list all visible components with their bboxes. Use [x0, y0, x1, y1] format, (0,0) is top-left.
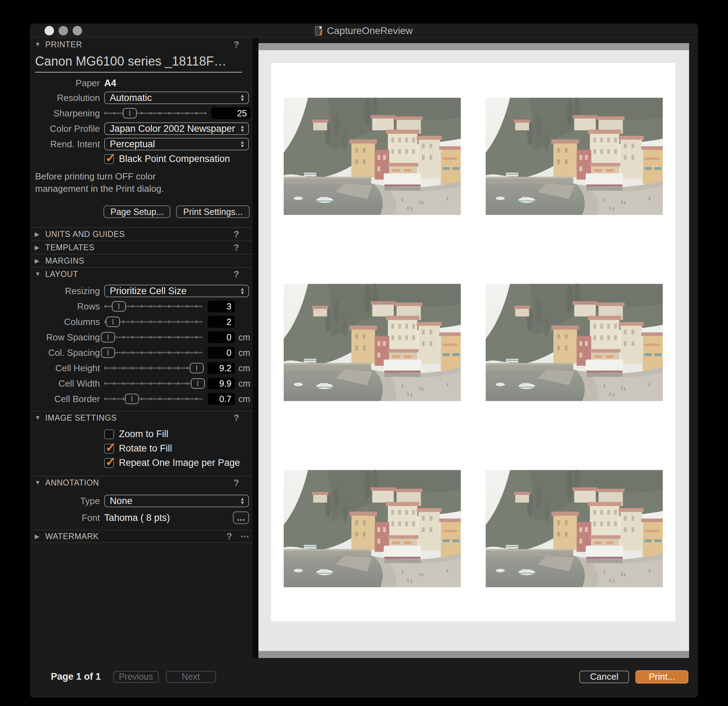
repeat-one-image-label: Repeat One Image per Page: [119, 458, 240, 468]
slider-ticks: [105, 336, 203, 339]
rend-intent-select[interactable]: Perceptual ▲▼: [104, 138, 249, 150]
black-point-compensation-row[interactable]: ✓ Black Point Compensation: [30, 152, 253, 166]
annotation-font-value: Tahoma ( 8 pts): [104, 513, 233, 523]
footer-bar: Page 1 of 1 Previous Next Cancel Print..…: [30, 658, 698, 697]
paper-value: A4: [104, 78, 116, 89]
rend-intent-label: Rend. Intent: [35, 139, 100, 150]
stepper-icon: ▲▼: [240, 497, 245, 505]
sharpening-slider[interactable]: [104, 107, 206, 119]
app-window: CaptureOneReview ▼ PRINTER ? Canon MG610…: [30, 23, 698, 697]
page-setup-button[interactable]: Page Setup...: [104, 205, 171, 218]
resizing-label: Resizing: [35, 286, 100, 297]
annotation-type-label: Type: [35, 496, 100, 507]
section-header-units-and-guides[interactable]: ▶ UNITS AND GUIDES ?: [30, 227, 253, 241]
page-indicator: Page 1 of 1: [51, 671, 101, 682]
preview-photo: [486, 284, 663, 401]
help-icon[interactable]: ?: [234, 39, 239, 50]
print-settings-sidebar: ▼ PRINTER ? Canon MG6100 series _18118F……: [30, 38, 253, 658]
print-preview-cell: [284, 97, 461, 215]
section-header-printer[interactable]: ▼ PRINTER ?: [30, 38, 253, 51]
resolution-select[interactable]: Automatic ▲▼: [104, 91, 249, 104]
next-page-button[interactable]: Next: [166, 671, 216, 683]
resizing-select[interactable]: Prioritize Cell Size ▲▼: [104, 284, 249, 297]
columns-slider[interactable]: [104, 316, 203, 328]
rows-value[interactable]: 3: [208, 300, 235, 312]
font-picker-button[interactable]: …: [233, 511, 249, 524]
zoom-button[interactable]: [72, 26, 82, 35]
section-header-watermark[interactable]: ▶ WATERMARK ? ⋯: [30, 530, 253, 543]
cell-width-value[interactable]: 9.9: [208, 378, 235, 390]
print-settings-button[interactable]: Print Settings...: [176, 205, 250, 218]
minimize-button[interactable]: [59, 26, 68, 35]
slider-handle[interactable]: [101, 332, 115, 342]
help-icon[interactable]: ?: [234, 413, 239, 423]
rotate-to-fill-row[interactable]: ✓ Rotate to Fill: [30, 441, 253, 456]
print-preview-column: [259, 38, 698, 658]
section-header-templates[interactable]: ▶ TEMPLATES ?: [30, 241, 253, 254]
slider-handle[interactable]: [123, 108, 137, 118]
slider-handle[interactable]: [125, 394, 139, 404]
slider-handle[interactable]: [106, 316, 120, 327]
preview-photo: [284, 470, 461, 588]
checkbox-unchecked-icon[interactable]: [104, 429, 114, 439]
resolution-label: Resolution: [35, 92, 100, 103]
cell-width-slider[interactable]: [104, 378, 203, 390]
window-controls: [45, 23, 82, 38]
repeat-one-image-row[interactable]: ✓ Repeat One Image per Page: [30, 456, 253, 470]
row-spacing-value[interactable]: 0: [208, 331, 235, 343]
cell-height-label: Cell Height: [35, 363, 100, 374]
help-icon[interactable]: ?: [234, 269, 239, 280]
disclosure-expanded-icon: ▼: [35, 414, 45, 422]
cell-border-slider[interactable]: [104, 393, 203, 405]
cell-border-value[interactable]: 0.7: [208, 393, 235, 405]
section-header-annotation[interactable]: ▼ ANNOTATION ?: [30, 476, 253, 489]
section-header-margins[interactable]: ▶ MARGINS: [30, 254, 253, 267]
preview-scrollbar-top[interactable]: [259, 43, 689, 50]
stepper-icon: ▲▼: [240, 94, 245, 102]
help-icon[interactable]: ?: [227, 531, 232, 542]
zoom-to-fill-row[interactable]: Zoom to Fill: [30, 427, 253, 441]
cell-height-value[interactable]: 9.2: [208, 362, 235, 374]
checkbox-checked-icon[interactable]: ✓: [104, 444, 114, 453]
checkbox-checked-icon[interactable]: ✓: [104, 154, 114, 164]
columns-value[interactable]: 2: [208, 316, 235, 328]
color-profile-select[interactable]: Japan Color 2002 Newspaper ▲▼: [104, 122, 249, 135]
preview-scrollbar-bottom[interactable]: [259, 651, 689, 658]
slider-ticks: [105, 351, 203, 354]
cell-height-unit: cm: [238, 363, 250, 373]
annotation-font-label: Font: [35, 513, 100, 523]
help-icon[interactable]: ?: [234, 242, 239, 253]
cancel-button[interactable]: Cancel: [579, 671, 629, 683]
col-spacing-slider[interactable]: [104, 347, 203, 359]
cell-width-label: Cell Width: [35, 378, 100, 389]
row-spacing-slider[interactable]: [104, 331, 203, 343]
rows-slider[interactable]: [104, 300, 203, 312]
section-header-layout[interactable]: ▼ LAYOUT ?: [30, 267, 253, 280]
col-spacing-value[interactable]: 0: [208, 347, 235, 359]
sharpening-label: Sharpening: [35, 108, 100, 119]
checkbox-checked-icon[interactable]: ✓: [104, 458, 114, 468]
annotation-type-select[interactable]: None ▲▼: [104, 495, 249, 507]
row-spacing-label: Row Spacing: [35, 332, 100, 343]
col-spacing-unit: cm: [238, 348, 250, 358]
printer-name[interactable]: Canon MG6100 series _18118F…: [35, 54, 242, 72]
cell-height-slider[interactable]: [104, 362, 203, 374]
slider-handle[interactable]: [101, 347, 115, 358]
previous-page-button[interactable]: Previous: [113, 671, 159, 683]
slider-ticks: [105, 382, 203, 385]
disclosure-collapsed-icon: ▶: [35, 257, 45, 265]
slider-handle[interactable]: [191, 378, 205, 389]
more-options-icon[interactable]: ⋯: [240, 531, 250, 542]
close-button[interactable]: [45, 26, 54, 35]
print-preview-cell: [284, 284, 461, 401]
print-button[interactable]: Print...: [636, 670, 688, 684]
slider-handle[interactable]: [112, 301, 126, 312]
help-icon[interactable]: ?: [234, 478, 239, 488]
rows-label: Rows: [35, 301, 100, 312]
sharpening-value[interactable]: 25: [211, 107, 250, 119]
panel-divider: [253, 38, 259, 658]
slider-handle[interactable]: [190, 363, 204, 373]
section-header-image-settings[interactable]: ▼ IMAGE SETTINGS ?: [30, 411, 253, 424]
help-icon[interactable]: ?: [234, 229, 239, 240]
print-preview-cell: [486, 97, 663, 215]
